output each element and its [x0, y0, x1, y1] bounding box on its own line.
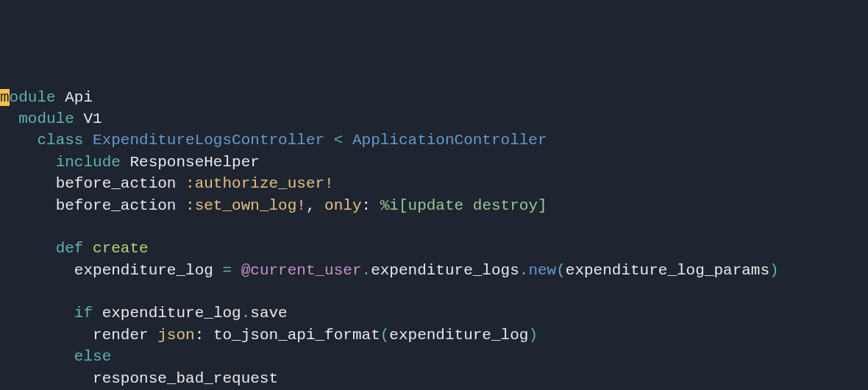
sym-authorize: :authorize_user!: [185, 175, 334, 192]
kw-class: class: [37, 132, 83, 149]
call-render: render: [93, 327, 157, 344]
line-12: render json: to_json_api_format(expendit…: [0, 327, 538, 344]
line-8: def create: [0, 240, 149, 257]
const-responsehelper: ResponseHelper: [129, 154, 259, 171]
code-block: module Api module V1 class ExpenditureLo…: [0, 87, 868, 390]
op-lt: <: [324, 132, 352, 149]
cursor: m: [0, 89, 10, 106]
call-save: save: [250, 305, 287, 322]
key-only: only: [324, 197, 361, 214]
indent: [0, 348, 74, 365]
indent: [0, 240, 56, 257]
indent: [0, 175, 56, 192]
pct-i-contents: update destroy: [408, 197, 538, 214]
paren-open: (: [556, 262, 566, 279]
line-6: before_action :set_own_log!, only: %i[up…: [0, 197, 547, 214]
call-response-bad-request: response_bad_request: [93, 370, 278, 387]
space: [83, 132, 93, 149]
arg: expenditure_log: [389, 327, 528, 344]
class-parent: ApplicationController: [352, 132, 547, 149]
indent: [0, 110, 18, 127]
sym-set-own-log: :set_own_log!: [185, 197, 306, 214]
call-expenditure-logs: expenditure_logs: [371, 262, 519, 279]
line-1: module Api: [0, 89, 93, 106]
kw-module: module: [18, 110, 74, 127]
method-create: create: [93, 240, 149, 257]
line-9: expenditure_log = @current_user.expendit…: [0, 262, 779, 279]
line-5: before_action :authorize_user!: [0, 175, 334, 192]
space: [83, 240, 93, 257]
arg-params: expenditure_log_params: [566, 262, 769, 279]
line-11: if expenditure_log.save: [0, 305, 288, 322]
call-new: new: [528, 262, 556, 279]
kw-def: def: [56, 240, 84, 257]
space: [56, 89, 65, 106]
dot: .: [519, 262, 529, 279]
indent: [0, 370, 93, 387]
dot: .: [362, 262, 371, 279]
const-api: Api: [65, 89, 93, 106]
indent: [0, 197, 56, 214]
line-2: module V1: [0, 110, 102, 127]
paren-close: ): [769, 262, 779, 279]
space: [121, 154, 130, 171]
indent: [0, 154, 56, 171]
space: [74, 110, 84, 127]
line-4: include ResponseHelper: [0, 154, 260, 171]
comma: ,: [306, 197, 324, 214]
call-to-json-api: to_json_api_format: [213, 327, 380, 344]
class-name: ExpenditureLogsController: [93, 132, 324, 149]
kw-if: if: [74, 305, 93, 322]
lvar: expenditure_log: [102, 305, 241, 322]
ivar-current-user: @current_user: [241, 262, 362, 279]
indent: [0, 262, 74, 279]
call-before-action: before_action: [56, 175, 185, 192]
kw-include: include: [56, 154, 121, 171]
paren-open: (: [380, 327, 390, 344]
kw-else: else: [74, 348, 111, 365]
indent: [0, 327, 93, 344]
call-before-action: before_action: [56, 197, 185, 214]
key-json: json: [157, 327, 194, 344]
indent: [0, 132, 37, 149]
line-14: response_bad_request: [0, 370, 278, 387]
pct-i-open: %i[: [380, 197, 408, 214]
space: [93, 305, 102, 322]
op-eq: =: [222, 262, 241, 279]
dot: .: [241, 305, 251, 322]
indent: [0, 305, 74, 322]
paren-close: ): [528, 327, 538, 344]
colon: :: [362, 197, 380, 214]
kw-module: odule: [10, 89, 56, 106]
pct-i-close: ]: [538, 197, 547, 214]
const-v1: V1: [83, 110, 102, 127]
line-13: else: [0, 348, 111, 365]
lvar: expenditure_log: [74, 262, 223, 279]
line-3: class ExpenditureLogsController < Applic…: [0, 132, 547, 149]
colon: :: [195, 327, 213, 344]
